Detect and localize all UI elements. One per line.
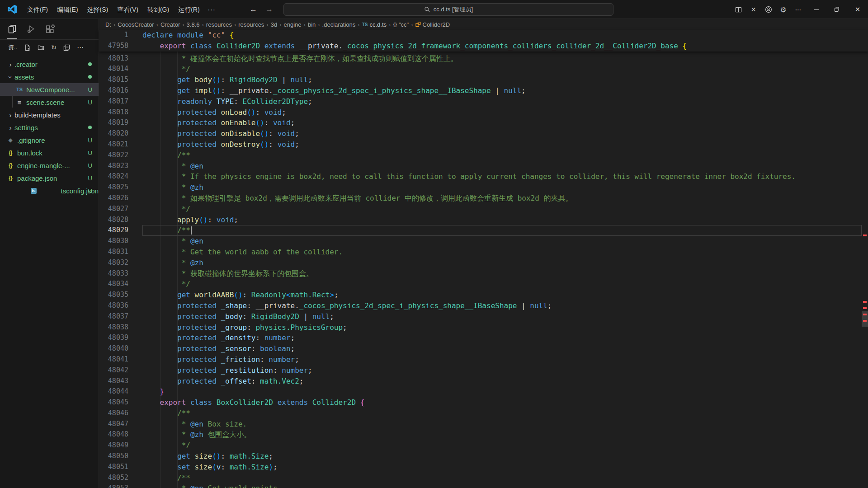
breadcrumb-item[interactable]: engine xyxy=(284,21,302,28)
code-line[interactable]: 48038 protected _group: physics.PhysicsG… xyxy=(99,322,868,333)
code-line[interactable]: 48017 readonly TYPE: ECollider2DType; xyxy=(99,96,868,107)
code-text: protected _offset: math.Vec2; xyxy=(142,376,303,387)
extensions-icon[interactable] xyxy=(45,19,55,39)
breadcrumb-item[interactable]: 3.8.6 xyxy=(187,21,200,28)
code-line[interactable]: 48031 * Get the world aabb of the collid… xyxy=(99,247,868,258)
code-line[interactable]: 48032 * @zh xyxy=(99,258,868,268)
code-line[interactable]: 48035 get worldAABB(): Readonly<math.Rec… xyxy=(99,290,868,300)
code-line[interactable]: 48047 * @en Box size. xyxy=(99,419,868,430)
code-line[interactable]: 48045 export class BoxCollider2D extends… xyxy=(99,397,868,408)
code-text: protected onLoad(): void; xyxy=(142,107,286,118)
account-icon[interactable] xyxy=(761,0,776,19)
views-more-icon[interactable]: ⋯ xyxy=(77,43,84,52)
code-area[interactable]: 48013 * 碰撞体会在初始化时查找节点上是否存在刚体，如果查找成功则赋值到这… xyxy=(99,52,868,488)
window-maximize-button[interactable] xyxy=(826,0,847,19)
tree-item[interactable]: {}bun.lockU xyxy=(0,146,99,159)
tree-item[interactable]: {}engine-mangle-...U xyxy=(0,159,99,172)
breadcrumb-item[interactable]: .declarations xyxy=(322,21,356,28)
code-line[interactable]: 48044 } xyxy=(99,386,868,397)
tree-item[interactable]: ≡scene.sceneU xyxy=(0,96,99,108)
code-line[interactable]: 48052 /** xyxy=(99,473,868,483)
tree-item[interactable]: {}package.jsonU xyxy=(0,172,99,184)
code-line[interactable]: 48041 protected _friction: number; xyxy=(99,354,868,365)
breadcrumb-symbol[interactable]: Collider2D xyxy=(423,21,450,28)
code-line[interactable]: 48014 */ xyxy=(99,64,868,75)
tree-item[interactable]: ›build-templates xyxy=(0,108,99,121)
command-center-search[interactable]: cc.d.ts [管理员] xyxy=(283,3,613,16)
breadcrumb-item[interactable]: Creator xyxy=(160,21,180,28)
code-line[interactable]: 48046 /** xyxy=(99,408,868,419)
breadcrumb-file[interactable]: cc.d.ts xyxy=(369,21,387,28)
code-line[interactable]: 48048 * @zh 包围盒大小。 xyxy=(99,429,868,440)
forward-icon[interactable]: → xyxy=(265,5,273,14)
code-line[interactable]: 47958 export class Collider2D extends __… xyxy=(99,41,868,52)
layout-split-icon[interactable] xyxy=(731,0,746,19)
tree-item[interactable]: ›assets xyxy=(0,70,99,83)
collapse-folders-icon[interactable] xyxy=(63,44,70,51)
more-actions-icon[interactable]: ⋯ xyxy=(791,0,806,19)
code-line[interactable]: 48016 get impl(): __private._cocos_physi… xyxy=(99,85,868,96)
window-minimize-button[interactable] xyxy=(806,0,826,19)
settings-gear-icon[interactable]: ⚙ xyxy=(776,0,791,19)
breadcrumb-item[interactable]: 3d xyxy=(271,21,277,28)
code-line[interactable]: 48013 * 碰撞体会在初始化时查找节点上是否存在刚体，如果查找成功则赋值到这… xyxy=(99,53,868,64)
close-panel-icon[interactable]: ✕ xyxy=(746,0,761,19)
code-line[interactable]: 48023 * @en xyxy=(99,161,868,172)
code-line[interactable]: 48042 protected _restitution: number; xyxy=(99,365,868,376)
tree-item[interactable]: TSNewCompone...U xyxy=(0,83,99,96)
tree-item[interactable]: ›.creator xyxy=(0,58,99,70)
new-file-icon[interactable] xyxy=(24,44,31,51)
code-line[interactable]: 48024 * If the physics engine is box2d, … xyxy=(99,171,868,182)
tree-item[interactable]: ›settings xyxy=(0,121,99,134)
menu-item[interactable]: 文件(F) xyxy=(23,0,52,19)
code-line[interactable]: 48028 apply(): void; xyxy=(99,215,868,225)
run-debug-icon[interactable] xyxy=(26,19,36,39)
code-line[interactable]: 48027 */ xyxy=(99,204,868,215)
code-line[interactable]: 48019 protected onEnable(): void; xyxy=(99,117,868,128)
code-line[interactable]: 48051 set size(v: math.Size); xyxy=(99,462,868,473)
breadcrumb-item[interactable]: bin xyxy=(308,21,316,28)
code-line[interactable]: 48043 protected _offset: math.Vec2; xyxy=(99,376,868,387)
chevron-down-icon[interactable]: › xyxy=(7,73,14,81)
breadcrumb-item[interactable]: CocosCreator xyxy=(118,21,154,28)
chevron-right-icon[interactable]: › xyxy=(6,111,14,119)
menu-item[interactable]: 选择(S) xyxy=(83,0,113,19)
code-line[interactable]: 48029 /** xyxy=(99,225,868,236)
chevron-right-icon[interactable]: › xyxy=(6,61,14,68)
code-line[interactable]: 48037 protected _body: RigidBody2D | nul… xyxy=(99,311,868,322)
code-line[interactable]: 48015 get body(): RigidBody2D | null; xyxy=(99,75,868,85)
breadcrumb-item[interactable]: resources xyxy=(238,21,264,28)
breadcrumb-module[interactable]: "cc" xyxy=(399,21,409,28)
code-line[interactable]: 48040 protected _sensor: boolean; xyxy=(99,343,868,354)
window-close-button[interactable]: ✕ xyxy=(847,0,868,19)
tree-item[interactable]: tstsconfig.jsonU xyxy=(0,184,99,197)
code-line[interactable]: 1declare module "cc" { xyxy=(99,30,868,41)
code-line[interactable]: 48026 * 如果物理引擎是 box2d，需要调用此函数来应用当前 colli… xyxy=(99,193,868,204)
chevron-right-icon[interactable]: › xyxy=(6,124,14,131)
code-line[interactable]: 48053 * @en Get world points xyxy=(99,483,868,488)
code-line[interactable]: 48034 */ xyxy=(99,279,868,290)
code-line[interactable]: 48039 protected _density: number; xyxy=(99,333,868,343)
back-icon[interactable]: ← xyxy=(250,5,257,14)
breadcrumb-item[interactable]: D: xyxy=(105,21,111,28)
explorer-icon[interactable] xyxy=(7,19,17,39)
code-line[interactable]: 48030 * @en xyxy=(99,236,868,247)
menu-item[interactable]: 编辑(E) xyxy=(52,0,83,19)
menu-overflow-button[interactable]: ··· xyxy=(204,0,219,19)
refresh-icon[interactable]: ↻ xyxy=(51,44,57,51)
menu-item[interactable]: 运行(R) xyxy=(174,0,204,19)
menu-item[interactable]: 查看(V) xyxy=(113,0,143,19)
menu-item[interactable]: 转到(G) xyxy=(143,0,174,19)
code-line[interactable]: 48033 * 获取碰撞体的世界坐标系下的包围盒。 xyxy=(99,268,868,279)
code-line[interactable]: 48050 get size(): math.Size; xyxy=(99,451,868,462)
code-line[interactable]: 48021 protected onDestroy(): void; xyxy=(99,139,868,150)
code-line[interactable]: 48025 * @zh xyxy=(99,182,868,193)
code-line[interactable]: 48022 /** xyxy=(99,150,868,161)
new-folder-icon[interactable] xyxy=(38,44,44,51)
breadcrumb-item[interactable]: resources xyxy=(206,21,232,28)
code-line[interactable]: 48018 protected onLoad(): void; xyxy=(99,107,868,118)
code-line[interactable]: 48036 protected _shape: __private._cocos… xyxy=(99,300,868,311)
code-line[interactable]: 48049 */ xyxy=(99,440,868,451)
code-line[interactable]: 48020 protected onDisable(): void; xyxy=(99,128,868,139)
tree-item[interactable]: ◆.gitignoreU xyxy=(0,134,99,146)
